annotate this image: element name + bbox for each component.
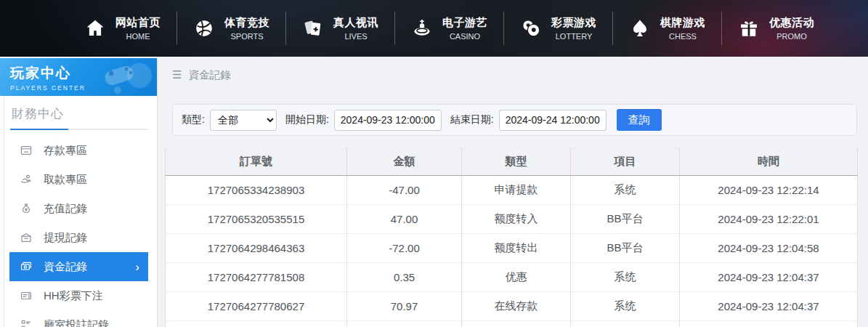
cell: 2024-09-23 12:22:14 bbox=[680, 176, 858, 205]
nav-label-en: HOME bbox=[126, 32, 150, 41]
nav-label-en: LOTTERY bbox=[556, 32, 593, 41]
table-row-partial bbox=[166, 321, 858, 327]
cell: 1727064277781508 bbox=[166, 263, 347, 292]
cell bbox=[347, 321, 462, 327]
cell: 2024-09-23 12:04:37 bbox=[680, 263, 858, 292]
funds-icon bbox=[20, 260, 33, 273]
cell: 系统 bbox=[571, 292, 680, 321]
gamepad-graphic bbox=[92, 60, 154, 96]
sidebar-item-label: 充值記錄 bbox=[44, 202, 87, 216]
cell: 在线存款 bbox=[462, 292, 571, 321]
nav-label-zh: 网站首页 bbox=[115, 16, 161, 30]
nav-label-zh: 优惠活动 bbox=[769, 16, 814, 30]
sidebar-item-label: HH彩票下注 bbox=[44, 289, 103, 303]
gift-icon bbox=[738, 17, 760, 39]
withdraw-icon bbox=[20, 173, 33, 186]
sports-icon bbox=[193, 17, 215, 39]
sidebar-item-label: 廳室投註記錄 bbox=[44, 318, 109, 327]
column-header: 類型 bbox=[462, 148, 571, 176]
filter-bar: 類型: 全部 開始日期: 結束日期: 查詢 bbox=[172, 104, 857, 136]
nav-label-en: CASINO bbox=[450, 32, 480, 41]
hall-bet-icon bbox=[20, 318, 33, 327]
cell: -47.00 bbox=[347, 176, 462, 205]
table-row: 1727064298464363-72.00额度转出BB平台2024-09-23… bbox=[166, 234, 858, 263]
start-date-input[interactable] bbox=[334, 110, 442, 131]
sidebar-menu: 存款專區 取款專區 充值記錄 提現記錄 資金記錄 › HH彩票下注 廳室投註記錄 bbox=[4, 133, 157, 327]
nav-label: 网站首页 HOME bbox=[115, 16, 161, 41]
cell bbox=[680, 321, 858, 327]
cell: 0.35 bbox=[347, 263, 462, 292]
sidebar: 玩家中心 PLAYERS CENTER 財務中心 存款專區 取款專區 充值記錄 … bbox=[0, 57, 158, 327]
menu-burger-icon[interactable]: ☰ bbox=[172, 68, 182, 81]
cell: 系统 bbox=[571, 176, 680, 205]
column-header: 項目 bbox=[571, 148, 680, 176]
type-select[interactable]: 全部 bbox=[210, 110, 277, 131]
table-body: 1727065334238903-47.00申请提款系统2024-09-23 1… bbox=[166, 176, 858, 327]
spade-icon bbox=[629, 17, 651, 39]
column-header: 訂單號 bbox=[166, 148, 347, 176]
nav-label: 棋牌游戏 CHESS bbox=[660, 16, 705, 41]
breadcrumb: ☰ 資金記錄 bbox=[165, 66, 857, 84]
nav-label-en: CHESS bbox=[669, 32, 697, 41]
nav-label-zh: 彩票游戏 bbox=[551, 16, 596, 30]
nav-item-sports[interactable]: 体育竞技 SPORTS bbox=[177, 16, 285, 41]
type-label: 類型: bbox=[182, 113, 205, 126]
column-header: 金額 bbox=[347, 148, 462, 176]
cell: 申请提款 bbox=[462, 176, 571, 205]
table-row: 172706532053551547.00额度转入BB平台2024-09-23 … bbox=[166, 205, 858, 234]
table-row: 17270642777815080.35优惠系统2024-09-23 12:04… bbox=[166, 263, 858, 292]
nav-label-zh: 体育竞技 bbox=[224, 16, 269, 30]
sidebar-item-cashout-record[interactable]: 提現記錄 bbox=[9, 223, 148, 252]
cell: 1727065320535515 bbox=[166, 205, 347, 234]
nav-item-promo[interactable]: 优惠活动 PROMO bbox=[722, 16, 830, 41]
lottery-bet-icon bbox=[20, 289, 33, 302]
chevron-right-icon: › bbox=[135, 261, 139, 273]
cell: 2024-09-23 12:04:58 bbox=[680, 234, 858, 263]
start-date-label: 開始日期: bbox=[285, 113, 329, 126]
nav-label: 优惠活动 PROMO bbox=[769, 16, 814, 41]
sidebar-item-recharge-record[interactable]: 充值記錄 bbox=[9, 194, 148, 223]
cell: 额度转出 bbox=[462, 234, 571, 263]
nav-item-chess[interactable]: 棋牌游戏 CHESS bbox=[613, 16, 721, 41]
cell: 1727065334238903 bbox=[166, 176, 347, 205]
cell: 额度转入 bbox=[462, 205, 571, 234]
nav-item-casino[interactable]: 电子游艺 CASINO bbox=[395, 16, 503, 41]
end-date-input[interactable] bbox=[499, 110, 607, 131]
roulette-icon bbox=[411, 17, 433, 39]
nav-label-en: LIVES bbox=[344, 32, 367, 41]
cell: 47.00 bbox=[347, 205, 462, 234]
nav-label: 电子游艺 CASINO bbox=[442, 16, 487, 41]
cell: 1727064298464363 bbox=[166, 234, 347, 263]
sidebar-item-hh-lottery-bet[interactable]: HH彩票下注 bbox=[9, 281, 148, 310]
cell: 2024-09-23 12:04:37 bbox=[680, 292, 858, 321]
sidebar-item-label: 取款專區 bbox=[44, 173, 87, 187]
section-title: 財務中心 bbox=[4, 96, 157, 129]
sidebar-item-label: 提現記錄 bbox=[44, 231, 87, 245]
sidebar-item-deposit-zone[interactable]: 存款專區 bbox=[9, 136, 148, 165]
top-nav: 网站首页 HOME 体育竞技 SPORTS 真人视讯 LIVES 电子游艺 CA… bbox=[68, 12, 830, 45]
cell: 优惠 bbox=[462, 263, 571, 292]
nav-item-lives[interactable]: 真人视讯 LIVES bbox=[286, 16, 394, 41]
cell: BB平台 bbox=[571, 234, 680, 263]
nav-item-home[interactable]: 网站首页 HOME bbox=[68, 16, 177, 41]
sidebar-item-label: 資金記錄 bbox=[44, 260, 87, 274]
search-button[interactable]: 查詢 bbox=[617, 109, 662, 131]
sidebar-item-hall-bet-record[interactable]: 廳室投註記錄 bbox=[9, 310, 148, 327]
cell: 70.97 bbox=[347, 292, 462, 321]
sidebar-item-funds-record[interactable]: 資金記錄 › bbox=[9, 252, 148, 281]
sidebar-item-withdraw-zone[interactable]: 取款專區 bbox=[9, 165, 148, 194]
cell: 1727064277780627 bbox=[166, 292, 347, 321]
nav-item-lottery[interactable]: 彩票游戏 LOTTERY bbox=[504, 16, 612, 41]
nav-label-zh: 电子游艺 bbox=[442, 16, 487, 30]
table-row: 1727065334238903-47.00申请提款系统2024-09-23 1… bbox=[166, 176, 858, 205]
deposit-icon bbox=[20, 144, 33, 157]
cell: -72.00 bbox=[347, 234, 462, 263]
breadcrumb-label: 資金記錄 bbox=[188, 68, 230, 82]
nav-label-zh: 棋牌游戏 bbox=[660, 16, 705, 30]
section-underline bbox=[10, 129, 148, 130]
cell bbox=[462, 321, 571, 327]
cell: 2024-09-23 12:22:01 bbox=[680, 205, 858, 234]
home-icon bbox=[84, 17, 106, 39]
nav-label-zh: 真人视讯 bbox=[333, 16, 378, 30]
cell bbox=[166, 321, 347, 327]
